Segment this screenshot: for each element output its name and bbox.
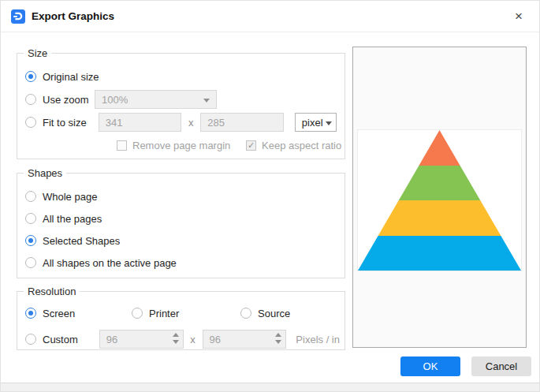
unit-dropdown-value: pixel bbox=[302, 117, 323, 129]
fit-to-size-row: Fit to size 341 x 285 pixel bbox=[25, 113, 337, 132]
zoom-dropdown-value: 100% bbox=[102, 94, 128, 106]
dimension-separator: x bbox=[185, 117, 196, 129]
spinner-arrows bbox=[275, 333, 281, 344]
size-group: Size Original size Use zoom 100% Fit to … bbox=[17, 53, 345, 159]
custom-dpi-x-spinner[interactable]: 96 bbox=[99, 330, 184, 349]
cancel-button[interactable]: Cancel bbox=[471, 357, 531, 376]
use-zoom-row: Use zoom bbox=[25, 90, 89, 109]
radio-printer[interactable]: Printer bbox=[132, 306, 179, 320]
resolution-group: Resolution Screen Printer Source Custom … bbox=[17, 291, 345, 350]
preview-page bbox=[358, 130, 521, 271]
custom-resolution-row: Custom 96 x 96 Pixels / in bbox=[25, 330, 340, 349]
radio-fit-to-size-label: Fit to size bbox=[43, 117, 91, 129]
edraw-logo-icon bbox=[11, 9, 25, 24]
preview-panel bbox=[352, 47, 527, 348]
pyramid-preview bbox=[358, 130, 521, 271]
unit-dropdown[interactable]: pixel bbox=[295, 113, 337, 132]
printer-label: Printer bbox=[149, 308, 179, 319]
fit-height-input[interactable]: 285 bbox=[200, 113, 283, 132]
fit-width-input[interactable]: 341 bbox=[99, 113, 181, 132]
radio-fit-to-size[interactable] bbox=[25, 117, 36, 128]
radio-icon bbox=[25, 191, 36, 202]
checkbox-checked-icon: ✓ bbox=[246, 140, 256, 151]
radio-use-zoom-label: Use zoom bbox=[43, 94, 89, 106]
radio-selected-shapes[interactable]: Selected Shapes bbox=[25, 233, 120, 248]
all-shapes-active-page-label: All shapes on the active page bbox=[43, 257, 177, 269]
custom-dpi-y-value: 96 bbox=[210, 334, 221, 345]
radio-all-shapes-active-page[interactable]: All shapes on the active page bbox=[25, 256, 177, 270]
custom-label: Custom bbox=[43, 334, 91, 345]
checkbox-icon bbox=[117, 140, 127, 151]
keep-aspect-ratio-label: Keep aspect ratio bbox=[262, 140, 341, 151]
close-icon[interactable]: × bbox=[509, 7, 528, 26]
radio-original-size-label: Original size bbox=[43, 71, 99, 83]
dialog-title: Export Graphics bbox=[32, 10, 114, 22]
radio-icon bbox=[25, 257, 36, 268]
resolution-group-legend: Resolution bbox=[24, 286, 80, 297]
all-the-pages-label: All the pages bbox=[43, 213, 102, 225]
whole-page-label: Whole page bbox=[43, 191, 97, 203]
fit-width-value: 341 bbox=[106, 117, 123, 129]
custom-dpi-y-spinner[interactable]: 96 bbox=[203, 330, 287, 349]
radio-whole-page[interactable]: Whole page bbox=[25, 189, 97, 203]
radio-icon bbox=[132, 308, 143, 319]
dialog-bottom-edge bbox=[1, 383, 539, 391]
radio-all-the-pages[interactable]: All the pages bbox=[25, 211, 102, 226]
radio-custom[interactable] bbox=[25, 334, 36, 345]
radio-use-zoom[interactable] bbox=[25, 94, 36, 105]
screen-label: Screen bbox=[43, 308, 75, 319]
radio-screen[interactable]: Screen bbox=[25, 306, 75, 320]
remove-page-margin-label: Remove page margin bbox=[132, 140, 230, 151]
selected-shapes-label: Selected Shapes bbox=[43, 235, 120, 247]
fit-height-value: 285 bbox=[207, 117, 225, 129]
checkbox-keep-aspect-ratio[interactable]: ✓ Keep aspect ratio bbox=[246, 138, 341, 152]
pyramid-level-1 bbox=[358, 130, 521, 166]
titlebar: Export Graphics bbox=[1, 1, 539, 32]
check-icon: ✓ bbox=[248, 141, 255, 150]
pyramid-level-3 bbox=[358, 200, 521, 236]
pyramid-level-2 bbox=[358, 166, 521, 201]
ok-button[interactable]: OK bbox=[400, 357, 460, 376]
spin-down-icon[interactable] bbox=[173, 340, 179, 344]
spin-down-icon[interactable] bbox=[275, 340, 281, 344]
radio-icon bbox=[240, 308, 251, 319]
zoom-dropdown[interactable]: 100% bbox=[95, 90, 217, 109]
shapes-group: Shapes Whole page All the pages Selected… bbox=[17, 173, 345, 278]
pyramid-level-4 bbox=[358, 236, 521, 271]
spinner-arrows bbox=[173, 333, 179, 344]
radio-checked-icon bbox=[25, 308, 36, 319]
spin-up-icon[interactable] bbox=[275, 333, 281, 337]
dpi-separator: x bbox=[188, 334, 199, 345]
radio-original-size[interactable]: Original size bbox=[25, 69, 99, 84]
radio-icon bbox=[25, 71, 36, 82]
dpi-unit-label: Pixels / in bbox=[296, 334, 340, 345]
size-group-legend: Size bbox=[24, 47, 51, 59]
radio-checked-icon bbox=[25, 235, 36, 246]
custom-dpi-x-value: 96 bbox=[106, 334, 117, 345]
chevron-down-icon bbox=[326, 121, 332, 125]
chevron-down-icon bbox=[203, 99, 210, 103]
radio-source[interactable]: Source bbox=[240, 306, 290, 320]
radio-icon bbox=[25, 213, 36, 224]
source-label: Source bbox=[258, 308, 290, 319]
shapes-group-legend: Shapes bbox=[24, 167, 66, 179]
checkbox-remove-page-margin[interactable]: Remove page margin bbox=[117, 138, 230, 152]
spin-up-icon[interactable] bbox=[173, 333, 179, 337]
